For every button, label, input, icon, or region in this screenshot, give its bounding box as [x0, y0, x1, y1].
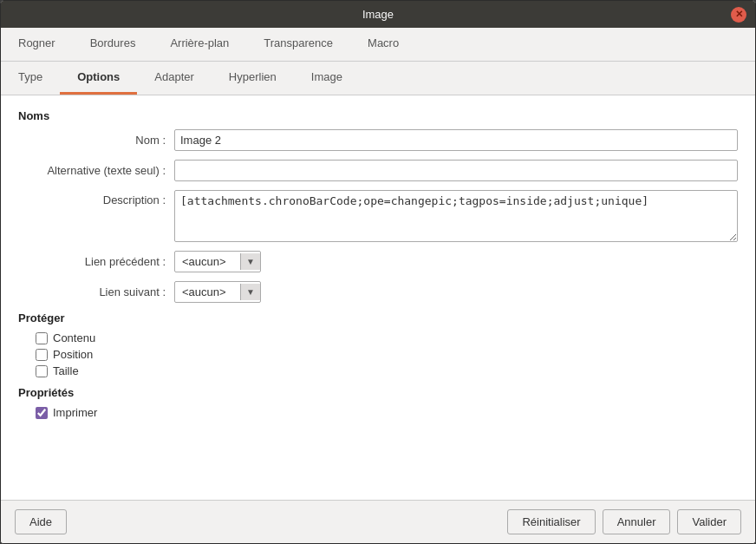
tab-transparence[interactable]: Transparence: [246, 28, 350, 61]
footer: Aide Réinitialiser Annuler Valider: [1, 500, 755, 543]
tab-type[interactable]: Type: [1, 62, 60, 95]
tabs-row1: Rogner Bordures Arrière-plan Transparenc…: [1, 28, 755, 62]
contenu-label[interactable]: Contenu: [53, 331, 95, 344]
proprietes-title: Propriétés: [18, 386, 738, 399]
tab-macro[interactable]: Macro: [350, 28, 416, 61]
titlebar: Image ✕: [1, 1, 755, 28]
desc-label: Description :: [18, 190, 174, 206]
lien-precedent-row: Lien précédent : <aucun> ▼: [18, 251, 738, 272]
footer-right: Réinitialiser Annuler Valider: [507, 509, 741, 534]
tab-rogner[interactable]: Rogner: [1, 28, 73, 61]
desc-row: Description : [attachments.chronoBarCode…: [18, 190, 738, 242]
content-area: Noms Nom : Alternative (texte seul) : De…: [1, 95, 755, 500]
annuler-button[interactable]: Annuler: [603, 509, 671, 534]
tab-bordures[interactable]: Bordures: [73, 28, 153, 61]
lien-suivant-label: Lien suivant :: [18, 285, 174, 298]
position-label[interactable]: Position: [53, 348, 93, 361]
taille-row: Taille: [36, 364, 738, 377]
tab-arriere-plan[interactable]: Arrière-plan: [153, 28, 246, 61]
noms-title: Noms: [18, 109, 738, 122]
lien-precedent-dropdown[interactable]: <aucun> ▼: [174, 251, 261, 272]
position-checkbox[interactable]: [36, 349, 48, 361]
proprietes-section: Propriétés Imprimer: [18, 386, 738, 419]
desc-textarea[interactable]: [attachments.chronoBarCode;ope=changepic…: [174, 190, 738, 242]
close-button[interactable]: ✕: [731, 7, 746, 23]
lien-precedent-label: Lien précédent :: [18, 255, 174, 268]
contenu-checkbox[interactable]: [36, 332, 48, 344]
dialog-title: Image: [362, 8, 394, 21]
taille-checkbox[interactable]: [36, 365, 48, 377]
footer-left: Aide: [15, 509, 507, 534]
alt-row: Alternative (texte seul) :: [18, 160, 738, 181]
lien-suivant-value: <aucun>: [175, 282, 240, 302]
nom-row: Nom :: [18, 129, 738, 151]
proteger-section: Protéger Contenu Position Taille: [18, 311, 738, 377]
tab-hyperlien[interactable]: Hyperlien: [212, 62, 294, 95]
nom-input[interactable]: [174, 129, 738, 151]
nom-label: Nom :: [18, 134, 174, 147]
tabs-row2: Type Options Adapter Hyperlien Image: [1, 62, 755, 95]
lien-suivant-arrow[interactable]: ▼: [240, 284, 260, 300]
imprimer-checkbox[interactable]: [36, 407, 48, 419]
lien-precedent-value: <aucun>: [175, 252, 240, 272]
reinitialiser-button[interactable]: Réinitialiser: [507, 509, 595, 534]
valider-button[interactable]: Valider: [677, 509, 741, 534]
lien-precedent-arrow[interactable]: ▼: [240, 253, 260, 270]
proteger-title: Protéger: [18, 311, 738, 324]
tab-options[interactable]: Options: [60, 62, 137, 95]
imprimer-row: Imprimer: [36, 406, 738, 419]
alt-input[interactable]: [174, 160, 738, 181]
lien-suivant-dropdown[interactable]: <aucun> ▼: [174, 281, 261, 303]
position-row: Position: [36, 348, 738, 361]
tab-adapter[interactable]: Adapter: [137, 62, 212, 95]
image-dialog: Image ✕ Rogner Bordures Arrière-plan Tra…: [0, 0, 756, 544]
contenu-row: Contenu: [36, 331, 738, 344]
taille-label[interactable]: Taille: [53, 364, 79, 377]
liens-section: Lien précédent : <aucun> ▼ Lien suivant …: [18, 251, 738, 303]
alt-label: Alternative (texte seul) :: [18, 164, 174, 177]
lien-suivant-row: Lien suivant : <aucun> ▼: [18, 281, 738, 303]
imprimer-label[interactable]: Imprimer: [53, 406, 97, 419]
close-icon: ✕: [735, 9, 743, 20]
noms-section: Noms Nom : Alternative (texte seul) : De…: [18, 109, 738, 242]
tab-image[interactable]: Image: [294, 62, 360, 95]
aide-button[interactable]: Aide: [15, 509, 67, 534]
